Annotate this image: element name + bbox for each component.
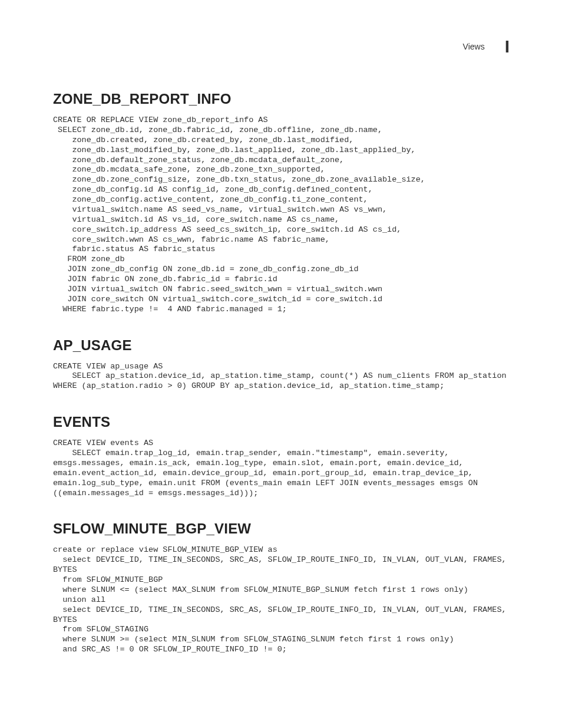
section-heading-ap-usage: AP_USAGE: [53, 337, 509, 354]
code-block-sflow-minute-bgp-view: create or replace view SFLOW_MINUTE_BGP_…: [53, 545, 509, 655]
code-block-zone-db-report-info: CREATE OR REPLACE VIEW zone_db_report_in…: [53, 116, 509, 315]
code-block-ap-usage: CREATE VIEW ap_usage AS SELECT ap_statio…: [53, 362, 509, 392]
page-header: Views I: [53, 37, 509, 57]
page: Views I ZONE_DB_REPORT_INFO CREATE OR RE…: [0, 0, 562, 724]
breadcrumb: Views: [463, 42, 485, 51]
chapter-label: I: [505, 37, 509, 57]
section-heading-events: EVENTS: [53, 414, 509, 430]
section-heading-sflow-minute-bgp-view: SFLOW_MINUTE_BGP_VIEW: [53, 521, 509, 537]
section-heading-zone-db-report-info: ZONE_DB_REPORT_INFO: [53, 91, 509, 107]
code-block-events: CREATE VIEW events AS SELECT emain.trap_…: [53, 439, 509, 498]
